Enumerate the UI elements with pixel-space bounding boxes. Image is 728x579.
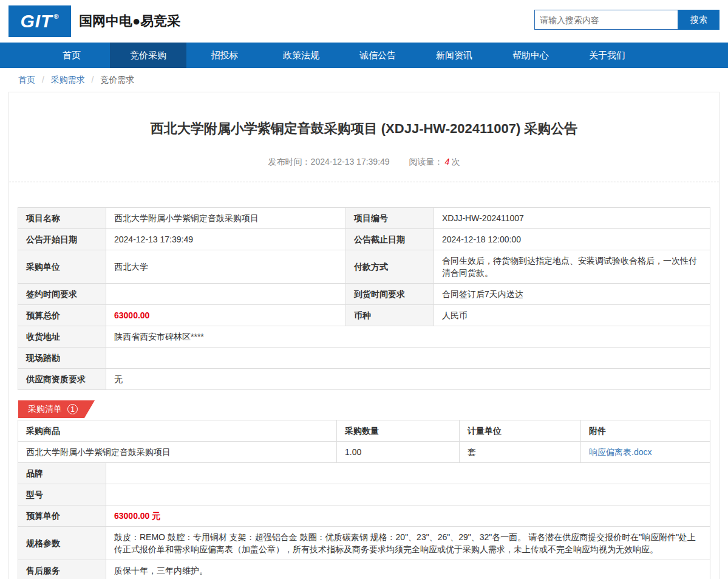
detail-label: 售后服务 [18, 560, 106, 579]
info-label: 币种 [346, 305, 434, 326]
views-unit: 次 [451, 157, 460, 166]
breadcrumb-home[interactable]: 首页 [18, 75, 35, 84]
site-logo[interactable]: GIT® [9, 5, 71, 37]
unit-price-value: 63000.00 元 [114, 511, 160, 521]
info-value: 人民币 [434, 305, 710, 326]
table-row: 预算单价 63000.00 元 [18, 505, 710, 527]
table-row: 公告开始日期 2024-12-13 17:39:49 公告截止日期 2024-1… [18, 229, 710, 250]
publish-time-value: 2024-12-13 17:39:49 [311, 157, 390, 166]
purchase-list-table: 采购商品 采购数量 计量单位 附件 西北大学附属小学紫铜定音鼓采购项目 1.00… [18, 420, 710, 579]
column-header-attachment: 附件 [581, 420, 710, 442]
search-button[interactable]: 搜索 [678, 10, 719, 30]
nav-item-about-us[interactable]: 关于我们 [569, 43, 645, 68]
table-row: 项目名称 西北大学附属小学紫铜定音鼓采购项目 项目编号 XDJJ-HW-2024… [18, 208, 710, 229]
breadcrumb-separator: / [92, 75, 94, 84]
info-label: 到货时间要求 [346, 284, 434, 305]
info-label: 采购单位 [18, 250, 106, 284]
detail-label: 规格参数 [18, 527, 106, 560]
column-header-unit: 计量单位 [460, 420, 581, 442]
table-row: 签约时间要求 到货时间要求 合同签订后7天内送达 [18, 284, 710, 305]
nav-item-policies[interactable]: 政策法规 [263, 43, 339, 68]
item-attachment-cell: 响应偏离表.docx [581, 442, 710, 463]
detail-value [106, 484, 710, 505]
info-value: 无 [106, 369, 710, 390]
detail-value: 质保十年，三年内维护。 [106, 560, 710, 579]
dashed-divider [9, 182, 719, 182]
info-value: 合同生效后，待货物到达指定地点、安装调试验收合格后，一次性付清合同货款。 [434, 250, 710, 284]
views-label: 阅读量： [409, 157, 443, 166]
purchase-list-count-badge: 1 [67, 404, 78, 414]
info-value: 陕西省西安市碑林区**** [106, 326, 710, 348]
budget-total-value: 63000.00 [106, 305, 346, 326]
purchase-list-header: 采购清单 1 [18, 400, 710, 418]
info-value [106, 348, 710, 369]
site-title: 国网中电●易竞采 [79, 12, 180, 30]
info-label: 收货地址 [18, 326, 106, 348]
info-value: 2024-12-13 17:39:49 [106, 229, 346, 250]
purchase-list-badge: 采购清单 1 [18, 400, 95, 418]
unit-price-cell: 63000.00 元 [106, 505, 710, 527]
item-quantity: 1.00 [337, 442, 460, 463]
item-product: 西北大学附属小学紫铜定音鼓采购项目 [18, 442, 337, 463]
item-unit: 套 [460, 442, 581, 463]
publish-time-label: 发布时间： [268, 157, 311, 166]
table-row: 预算总价 63000.00 币种 人民币 [18, 305, 710, 326]
table-row: 收货地址 陕西省西安市碑林区**** [18, 326, 710, 348]
info-label: 付款方式 [346, 250, 434, 284]
table-row: 采购单位 西北大学 付款方式 合同生效后，待货物到达指定地点、安装调试验收合格后… [18, 250, 710, 284]
table-row: 现场踏勘 [18, 348, 710, 369]
table-row: 型号 [18, 484, 710, 505]
info-value: 合同签订后7天内送达 [434, 284, 710, 305]
column-header-quantity: 采购数量 [337, 420, 460, 442]
nav-item-integrity-notice[interactable]: 诚信公告 [339, 43, 416, 68]
info-label: 签约时间要求 [18, 284, 106, 305]
search-bar: 搜索 [534, 10, 719, 30]
info-value: 2024-12-18 12:00:00 [434, 229, 710, 250]
table-row: 规格参数 鼓皮：REMO 鼓腔：专用铜材 支架：超强铝合金 鼓圈：优质碳素钢 规… [18, 527, 710, 560]
nav-item-tendering[interactable]: 招投标 [186, 43, 263, 68]
budget-total-price: 63000.00 [114, 310, 149, 320]
table-row: 供应商资质要求 无 [18, 369, 710, 390]
table-row: 品牌 [18, 463, 710, 484]
info-label: 现场踏勘 [18, 348, 106, 369]
info-label: 预算总价 [18, 305, 106, 326]
breadcrumb-separator: / [42, 75, 44, 84]
site-header: GIT® 国网中电●易竞采 搜索 [0, 0, 728, 43]
info-value [106, 284, 346, 305]
breadcrumb-current: 竞价需求 [100, 75, 134, 84]
main-nav: 首页 竞价采购 招投标 政策法规 诚信公告 新闻资讯 帮助中心 关于我们 [0, 43, 728, 68]
project-info-table: 项目名称 西北大学附属小学紫铜定音鼓采购项目 项目编号 XDJJ-HW-2024… [18, 207, 710, 390]
purchase-list-badge-label: 采购清单 [28, 404, 62, 415]
table-header-row: 采购商品 采购数量 计量单位 附件 [18, 420, 710, 442]
views-count: 4 [445, 157, 450, 166]
attachment-link[interactable]: 响应偏离表.docx [589, 447, 651, 457]
detail-value: 鼓皮：REMO 鼓腔：专用铜材 支架：超强铝合金 鼓圈：优质碳素钢 规格：20"… [106, 527, 710, 560]
info-value: 西北大学 [106, 250, 346, 284]
nav-item-home[interactable]: 首页 [33, 43, 110, 68]
info-value: XDJJ-HW-202411007 [434, 208, 710, 229]
info-label: 公告开始日期 [18, 229, 106, 250]
info-label: 项目编号 [346, 208, 434, 229]
detail-label: 品牌 [18, 463, 106, 484]
info-label: 公告截止日期 [346, 229, 434, 250]
breadcrumb: 首页 / 采购需求 / 竞价需求 [0, 68, 728, 92]
nav-item-bidding-purchase[interactable]: 竞价采购 [110, 43, 186, 68]
search-input[interactable] [534, 10, 678, 30]
registered-mark-icon: ® [53, 13, 59, 20]
nav-item-help-center[interactable]: 帮助中心 [492, 43, 569, 68]
column-header-product: 采购商品 [18, 420, 337, 442]
nav-item-news[interactable]: 新闻资讯 [416, 43, 492, 68]
announcement-meta: 发布时间：2024-12-13 17:39:49阅读量：4次 [9, 157, 719, 168]
info-label: 供应商资质要求 [18, 369, 106, 390]
announcement-card: 西北大学附属小学紫铜定音鼓采购项目 (XDJJ-HW-202411007) 采购… [9, 92, 719, 579]
info-value: 西北大学附属小学紫铜定音鼓采购项目 [106, 208, 346, 229]
detail-label: 预算单价 [18, 505, 106, 527]
logo-text: GIT [20, 11, 52, 32]
detail-value [106, 463, 710, 484]
table-row: 西北大学附属小学紫铜定音鼓采购项目 1.00 套 响应偏离表.docx [18, 442, 710, 463]
table-row: 售后服务 质保十年，三年内维护。 [18, 560, 710, 579]
info-label: 项目名称 [18, 208, 106, 229]
page-title: 西北大学附属小学紫铜定音鼓采购项目 (XDJJ-HW-202411007) 采购… [9, 92, 719, 138]
breadcrumb-purchase-demand[interactable]: 采购需求 [51, 75, 85, 84]
detail-label: 型号 [18, 484, 106, 505]
